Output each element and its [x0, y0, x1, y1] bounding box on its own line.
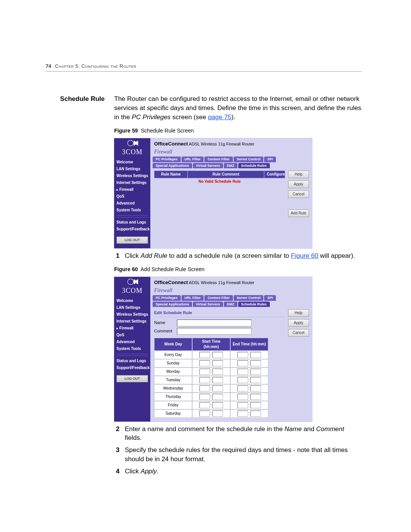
tab[interactable]: SPI — [264, 157, 276, 162]
time-hh-field[interactable] — [237, 352, 248, 358]
nav-item[interactable]: System Tools — [116, 345, 148, 352]
time-hh-field[interactable] — [237, 394, 248, 400]
figure-60-caption: Figure 60 Add Schedule Rule Screen — [114, 266, 362, 273]
time-mm-field[interactable] — [212, 360, 223, 366]
page-number: 74 — [46, 63, 51, 70]
time-mm-field[interactable] — [250, 385, 261, 391]
time-hh-field[interactable] — [199, 402, 210, 408]
schedule-row: Friday:: — [154, 401, 268, 409]
time-mm-field[interactable] — [250, 352, 261, 358]
tab[interactable]: SPI — [264, 295, 276, 301]
nav-item[interactable]: Advanced — [116, 339, 148, 345]
time-mm-field[interactable] — [250, 377, 261, 383]
nav-item[interactable]: Firewall — [116, 325, 148, 332]
nav-item[interactable]: LAN Settings — [116, 166, 148, 173]
figure-60-link[interactable]: Figure 60 — [291, 252, 319, 259]
nav-item[interactable]: System Tools — [116, 207, 148, 214]
product-name: OfficeConnect ADSL Wireless 11g Firewall… — [154, 141, 308, 147]
tab[interactable]: Server Control — [234, 295, 264, 301]
nav-item[interactable]: Firewall — [116, 186, 148, 193]
time-mm-field[interactable] — [212, 402, 223, 408]
time-mm-field[interactable] — [250, 360, 261, 366]
cancel-button[interactable]: Cancel — [288, 329, 309, 337]
apply-button[interactable]: Apply — [288, 181, 309, 188]
nav-item[interactable]: Status and Logs — [116, 358, 148, 364]
nav-item[interactable]: LAN Settings — [116, 304, 148, 311]
tab[interactable]: Schedule Rules — [238, 163, 270, 169]
tab[interactable]: PC Privileges — [153, 295, 181, 301]
schedule-row: Sunday:: — [154, 359, 268, 367]
header-rule — [46, 71, 362, 72]
schedule-row: Monday:: — [154, 367, 268, 376]
time-mm-field[interactable] — [212, 385, 223, 391]
schedule-row: Thursday:: — [154, 393, 268, 401]
time-mm-field[interactable] — [212, 352, 223, 358]
time-hh-field[interactable] — [199, 411, 210, 417]
time-mm-field[interactable] — [250, 394, 261, 400]
time-mm-field[interactable] — [250, 411, 261, 417]
tab[interactable]: URL Filter — [182, 295, 204, 301]
time-mm-field[interactable] — [250, 369, 261, 375]
time-hh-field[interactable] — [237, 411, 248, 417]
time-hh-field[interactable] — [237, 377, 248, 383]
step-2: Enter a name and comment for the schedul… — [125, 425, 362, 443]
time-hh-field[interactable] — [199, 360, 210, 366]
nav-item[interactable]: Internet Settings — [116, 179, 148, 186]
tab[interactable]: URL Filter — [182, 157, 204, 162]
comment-field[interactable] — [177, 328, 252, 335]
tab[interactable]: DMZ — [224, 302, 237, 307]
running-header: 74 Chapter 5: Configuring the Router — [46, 63, 362, 70]
time-hh-field[interactable] — [199, 352, 210, 358]
nav-item[interactable]: Internet Settings — [116, 318, 148, 325]
tab[interactable]: Content Filter — [204, 157, 233, 162]
time-mm-field[interactable] — [212, 394, 223, 400]
nav-item[interactable]: QoS — [116, 193, 148, 200]
time-hh-field[interactable] — [237, 385, 248, 391]
logout-button[interactable]: LOG OUT — [116, 236, 148, 244]
logout-button[interactable]: LOG OUT — [116, 375, 148, 382]
time-hh-field[interactable] — [237, 402, 248, 408]
apply-button[interactable]: Apply — [288, 319, 309, 327]
3com-logo: ◯◗◖ 3COM — [114, 277, 150, 296]
nav-item[interactable]: Support/Feedback — [116, 364, 148, 371]
time-hh-field[interactable] — [237, 369, 248, 375]
time-hh-field[interactable] — [199, 377, 210, 383]
name-field[interactable] — [177, 320, 252, 326]
tab[interactable]: Schedule Rules — [238, 302, 270, 307]
cancel-button[interactable]: Cancel — [288, 190, 309, 198]
time-mm-field[interactable] — [212, 377, 223, 383]
time-hh-field[interactable] — [237, 360, 248, 366]
time-hh-field[interactable] — [199, 385, 210, 391]
time-hh-field[interactable] — [199, 394, 210, 400]
product-name: OfficeConnect ADSL Wireless 11g Firewall… — [154, 279, 308, 286]
schedule-row: Saturday:: — [154, 409, 268, 418]
time-mm-field[interactable] — [250, 402, 261, 408]
nav-item[interactable]: QoS — [116, 332, 148, 339]
help-button[interactable]: Help — [288, 171, 309, 178]
tab[interactable]: DMZ — [224, 163, 237, 169]
nav-item[interactable]: Wireless Settings — [116, 173, 148, 179]
nav-item[interactable]: Advanced — [116, 200, 148, 207]
nav-item[interactable]: Status and Logs — [116, 219, 148, 226]
time-mm-field[interactable] — [212, 369, 223, 375]
time-hh-field[interactable] — [199, 369, 210, 375]
tab[interactable]: Server Control — [234, 157, 264, 162]
tab[interactable]: Virtual Servers — [193, 163, 223, 169]
nav-item[interactable]: Support/Feedback — [116, 226, 148, 233]
tab[interactable]: PC Privileges — [153, 157, 181, 162]
nav-item[interactable]: Welcome — [116, 159, 148, 166]
page-75-link[interactable]: page 75 — [208, 113, 231, 121]
help-button[interactable]: Help — [288, 309, 309, 317]
nav-list: WelcomeLAN SettingsWireless SettingsInte… — [114, 157, 150, 233]
tab[interactable]: Special Applications — [153, 163, 192, 169]
firewall-heading: Firewall — [154, 287, 308, 294]
tab[interactable]: Content Filter — [204, 295, 233, 301]
tab[interactable]: Special Applications — [153, 302, 192, 307]
tab[interactable]: Virtual Servers — [193, 302, 223, 307]
time-mm-field[interactable] — [212, 411, 223, 417]
add-rule-button[interactable]: Add Rule — [288, 209, 309, 217]
nav-item[interactable]: Welcome — [116, 297, 148, 304]
firewall-tabs: PC PrivilegesURL FilterContent FilterSer… — [150, 157, 312, 168]
3com-logo: ◯◗◖ 3COM — [114, 138, 150, 157]
nav-item[interactable]: Wireless Settings — [116, 311, 148, 318]
